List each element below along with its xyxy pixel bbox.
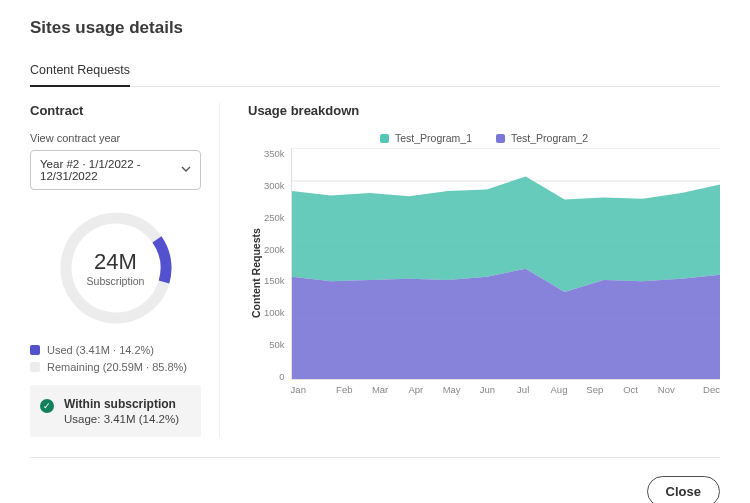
usage-chart <box>291 148 720 380</box>
xtick: Feb <box>326 384 362 395</box>
xtick: Sep <box>577 384 613 395</box>
chart-legend: Test_Program_1 Test_Program_2 <box>248 132 720 144</box>
ytick: 250k <box>264 212 285 223</box>
xtick: Nov <box>648 384 684 395</box>
breakdown-heading: Usage breakdown <box>248 103 720 118</box>
xtick: Jun <box>470 384 506 395</box>
status-card: ✓ Within subscription Usage: 3.41M (14.2… <box>30 385 201 437</box>
y-axis-label: Content Requests <box>248 148 264 398</box>
xtick: Apr <box>398 384 434 395</box>
check-circle-icon: ✓ <box>40 399 54 413</box>
legend-remaining: Remaining (20.59M · 85.8%) <box>30 361 201 373</box>
status-detail: Usage: 3.41M (14.2%) <box>64 413 179 425</box>
xtick: Oct <box>613 384 649 395</box>
contract-year-value: Year #2 · 1/1/2022 - 12/31/2022 <box>40 158 181 182</box>
contract-year-select[interactable]: Year #2 · 1/1/2022 - 12/31/2022 <box>30 150 201 190</box>
contract-year-label: View contract year <box>30 132 201 144</box>
x-ticks: Jan Feb Mar Apr May Jun Jul Aug Sep Oct … <box>291 380 720 395</box>
ytick: 50k <box>264 339 285 350</box>
chevron-down-icon <box>181 164 191 176</box>
ytick: 350k <box>264 148 285 159</box>
legend-used: Used (3.41M · 14.2%) <box>30 344 201 356</box>
subscription-donut: 24M Subscription <box>56 208 176 328</box>
legend-series1-label: Test_Program_1 <box>395 132 472 144</box>
xtick: Mar <box>362 384 398 395</box>
tabs: Content Requests <box>30 56 720 87</box>
ytick: 300k <box>264 180 285 191</box>
contract-heading: Contract <box>30 103 201 118</box>
xtick: May <box>434 384 470 395</box>
xtick: Aug <box>541 384 577 395</box>
legend-remaining-swatch <box>30 362 40 372</box>
legend-series2-label: Test_Program_2 <box>511 132 588 144</box>
tab-content-requests[interactable]: Content Requests <box>30 57 130 87</box>
y-ticks: 350k 300k 250k 200k 150k 100k 50k 0 <box>264 148 291 398</box>
xtick: Jan <box>291 384 327 395</box>
ytick: 100k <box>264 307 285 318</box>
donut-subtext: Subscription <box>87 275 145 287</box>
page-title: Sites usage details <box>30 18 720 38</box>
legend-remaining-text: Remaining (20.59M · 85.8%) <box>47 361 187 373</box>
close-button[interactable]: Close <box>647 476 720 503</box>
legend-series1-swatch <box>380 134 389 143</box>
ytick: 0 <box>264 371 285 382</box>
xtick: Jul <box>505 384 541 395</box>
status-title: Within subscription <box>64 397 179 411</box>
ytick: 200k <box>264 244 285 255</box>
legend-used-swatch <box>30 345 40 355</box>
ytick: 150k <box>264 275 285 286</box>
xtick: Dec <box>684 384 720 395</box>
legend-series2-swatch <box>496 134 505 143</box>
donut-value: 24M <box>94 249 137 275</box>
